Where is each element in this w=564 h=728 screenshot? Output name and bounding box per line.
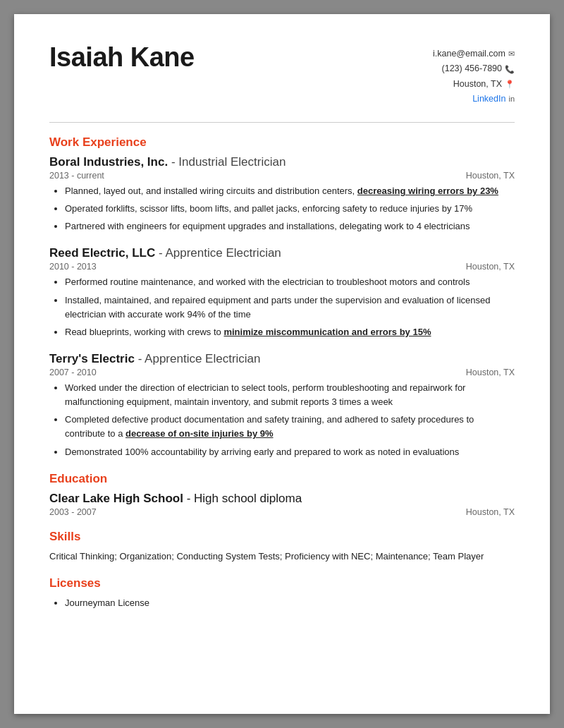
edu-meta-clhs: 2003 - 2007 Houston, TX — [49, 507, 515, 517]
job-meta-reed: 2010 - 2013 Houston, TX — [49, 262, 515, 272]
bullet-terry-3: Demonstrated 100% accountability by arri… — [65, 445, 515, 459]
job-title-terry: Terry's Electric - Apprentice Electricia… — [49, 352, 515, 366]
location-terry: Houston, TX — [466, 368, 515, 377]
email-text: i.kane@email.com — [433, 47, 505, 61]
phone-icon: 📞 — [505, 63, 515, 76]
school-name: Clear Lake High School — [49, 492, 183, 505]
bullet-terry-2: Completed defective product documentatio… — [65, 413, 515, 441]
company-boral: Boral Industries, Inc. — [49, 155, 168, 169]
highlight-boral-1: decreasing wiring errors by 23% — [357, 186, 498, 196]
resume-page: Isaiah Kane i.kane@email.com ✉ (123) 456… — [14, 14, 550, 714]
email-row: i.kane@email.com ✉ — [433, 47, 515, 61]
linkedin-row[interactable]: LinkedIn in — [433, 92, 515, 107]
work-experience-title: Work Experience — [49, 135, 515, 150]
skills-text: Critical Thinking; Organization; Conduct… — [49, 550, 515, 564]
contact-info: i.kane@email.com ✉ (123) 456-7890 📞 Hous… — [433, 47, 515, 107]
job-meta-boral: 2013 - current Houston, TX — [49, 171, 515, 181]
bullet-reed-2: Installed, maintained, and repaired equi… — [65, 293, 515, 322]
edu-entry-clhs: Clear Lake High School - High school dip… — [49, 492, 515, 517]
job-meta-terry: 2007 - 2010 Houston, TX — [49, 368, 515, 377]
phone-text: (123) 456-7890 — [442, 61, 502, 76]
job-entry-reed: Reed Electric, LLC - Apprentice Electric… — [49, 246, 515, 339]
email-icon: ✉ — [508, 47, 515, 61]
job-title-reed: Reed Electric, LLC - Apprentice Electric… — [49, 246, 515, 260]
highlight-reed-1: minimize miscommunication and errors by … — [223, 327, 431, 337]
skills-title: Skills — [49, 530, 515, 544]
job-entry-boral: Boral Industries, Inc. - Industrial Elec… — [49, 155, 515, 233]
role-reed: - Apprentice Electrician — [159, 246, 281, 260]
job-entry-terry: Terry's Electric - Apprentice Electricia… — [49, 352, 515, 459]
education-title: Education — [49, 472, 515, 486]
bullets-boral: Planned, layed out, and installed wiring… — [49, 184, 515, 233]
dates-boral: 2013 - current — [49, 171, 104, 181]
location-icon: 📍 — [505, 78, 515, 91]
edu-title-clhs: Clear Lake High School - High school dip… — [49, 492, 515, 506]
location-row: Houston, TX 📍 — [433, 77, 515, 92]
highlight-terry-1: decrease of on-site injuries by 9% — [125, 428, 274, 439]
bullet-reed-1: Performed routine maintenance, and worke… — [65, 275, 515, 289]
header: Isaiah Kane i.kane@email.com ✉ (123) 456… — [49, 42, 515, 107]
dates-reed: 2010 - 2013 — [49, 262, 97, 272]
candidate-name: Isaiah Kane — [49, 42, 195, 73]
bullets-reed: Performed routine maintenance, and worke… — [49, 275, 515, 339]
edu-location: Houston, TX — [466, 507, 515, 517]
role-boral: - Industrial Electrician — [171, 155, 286, 169]
location-text: Houston, TX — [453, 77, 502, 92]
edu-dates: 2003 - 2007 — [49, 507, 97, 517]
bullet-boral-1: Planned, layed out, and installed wiring… — [65, 184, 515, 198]
licenses-title: Licenses — [49, 576, 515, 590]
location-reed: Houston, TX — [466, 262, 515, 272]
bullet-boral-3: Partnered with engineers for equipment u… — [65, 219, 515, 233]
bullet-boral-2: Operated forklifts, scissor lifts, boom … — [65, 202, 515, 216]
phone-row: (123) 456-7890 📞 — [433, 61, 515, 76]
license-item-1: Journeyman License — [65, 596, 515, 611]
degree-text: - High school diploma — [187, 492, 302, 505]
licenses-list: Journeyman License — [49, 596, 515, 611]
bullets-terry: Worked under the direction of electricia… — [49, 381, 515, 459]
job-title-boral: Boral Industries, Inc. - Industrial Elec… — [49, 155, 515, 169]
location-boral: Houston, TX — [466, 171, 515, 181]
header-divider — [49, 122, 515, 123]
dates-terry: 2007 - 2010 — [49, 368, 97, 377]
company-reed: Reed Electric, LLC — [49, 246, 155, 260]
company-terry: Terry's Electric — [49, 352, 135, 365]
linkedin-link[interactable]: LinkedIn — [472, 92, 505, 107]
bullet-terry-1: Worked under the direction of electricia… — [65, 381, 515, 409]
linkedin-icon: in — [508, 92, 515, 106]
role-terry: - Apprentice Electrician — [138, 352, 261, 365]
bullet-reed-3: Read blueprints, working with crews to m… — [65, 325, 515, 339]
